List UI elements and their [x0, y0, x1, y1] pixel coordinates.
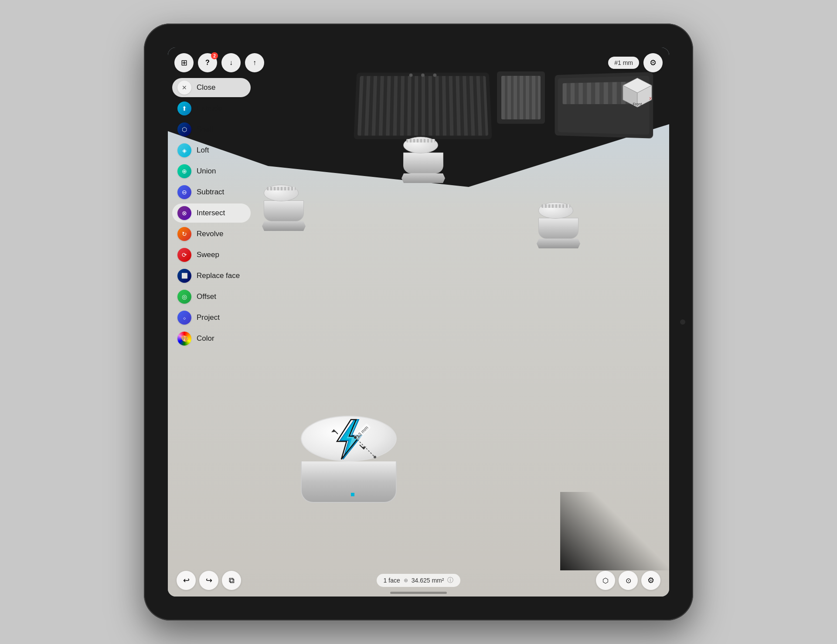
offset-icon: ◎	[177, 290, 191, 304]
svg-point-14	[374, 456, 376, 458]
share-button[interactable]: ↑	[245, 53, 264, 72]
layers-button[interactable]: ⧉	[222, 571, 241, 590]
union-label: Union	[197, 167, 216, 176]
bottom-center-info: 1 face ⊕ 34.625 mm² ⓘ	[377, 574, 461, 587]
revolve-icon: ↻	[177, 227, 191, 241]
menu-item-loft[interactable]: ◈ Loft	[172, 141, 251, 160]
ipad-frame: Front X	[144, 24, 693, 620]
home-indicator	[390, 592, 447, 594]
svg-point-13	[354, 436, 357, 439]
gear-button[interactable]: ⚙	[641, 571, 660, 590]
svg-line-12	[355, 437, 375, 457]
project-label: Project	[197, 313, 220, 322]
gear-icon: ⚙	[647, 576, 654, 585]
menu-item-project[interactable]: ⬦ Project	[172, 308, 251, 327]
offset-label: Offset	[197, 292, 216, 301]
menu-item-subtract[interactable]: ⊖ Subtract	[172, 183, 251, 202]
stack-icon: ⬡	[602, 576, 609, 585]
toolbar-right: #1 mm ⚙	[608, 53, 663, 72]
menu-item-color[interactable]: 🎨 Color	[172, 329, 251, 348]
grid-button[interactable]: ⊞	[174, 53, 194, 72]
notification-badge: 2	[211, 52, 218, 59]
extrude-label: Extrude	[197, 104, 222, 113]
measurement-dot	[351, 493, 354, 496]
menu-item-intersect[interactable]: ⊗ Intersect	[172, 203, 251, 223]
info-icon[interactable]: ⓘ	[447, 576, 453, 584]
extrude-icon: ⬆	[177, 102, 191, 115]
settings-icon: ⚙	[650, 58, 657, 68]
knob-right	[538, 202, 580, 248]
stack-button[interactable]: ⬡	[596, 571, 615, 590]
color-icon: 🎨	[177, 332, 191, 346]
bottom-left-buttons: ↩ ↪ ⧉	[177, 571, 241, 590]
knob-left	[264, 185, 306, 231]
shell-label: Shell	[197, 125, 213, 134]
union-icon: ⊕	[177, 164, 191, 178]
sidebar-menu: ✕ Close ⬆ Extrude ⬡ Shell	[172, 78, 251, 348]
menu-item-extrude[interactable]: ⬆ Extrude	[172, 99, 251, 118]
sweep-label: Sweep	[197, 251, 219, 259]
close-label: Close	[197, 83, 215, 92]
snap-pill[interactable]: #1 mm	[608, 57, 639, 69]
download-icon: ↓	[229, 59, 233, 67]
main-knob: 13 mm	[296, 416, 401, 503]
area-value-label: 34.625 mm²	[412, 577, 444, 584]
menu-item-close[interactable]: ✕ Close	[172, 78, 251, 97]
magnet-button[interactable]: ⊙	[619, 571, 638, 590]
menu-item-replace-face[interactable]: ⬜ Replace face	[172, 266, 251, 285]
subtract-icon: ⊖	[177, 185, 191, 199]
help-button[interactable]: ? 2	[198, 53, 217, 72]
sweep-icon: ⟳	[177, 248, 191, 262]
undo-icon: ↩	[183, 576, 190, 585]
loft-icon: ◈	[177, 143, 191, 157]
face-count-label: 1 face	[384, 577, 400, 584]
download-button[interactable]: ↓	[221, 53, 241, 72]
svg-text:Front: Front	[633, 102, 642, 106]
camera-dot	[680, 319, 685, 325]
bottom-toolbar: ↩ ↪ ⧉ 1 face ⊕ 34.625 mm² ⓘ ⬡	[168, 571, 669, 590]
shell-icon: ⬡	[177, 122, 191, 136]
menu-item-union[interactable]: ⊕ Union	[172, 162, 251, 181]
layers-icon: ⧉	[229, 576, 235, 585]
intersect-icon: ⊗	[177, 206, 191, 220]
ipad-screen: Front X	[168, 47, 669, 597]
knob-top-center	[403, 137, 445, 183]
area-icon: ⊕	[404, 577, 408, 583]
magnet-icon: ⊙	[626, 576, 631, 585]
loft-label: Loft	[197, 146, 209, 155]
color-label: Color	[197, 334, 214, 343]
replace-face-label: Replace face	[197, 271, 240, 280]
menu-item-shell[interactable]: ⬡ Shell	[172, 120, 251, 139]
redo-button[interactable]: ↪	[199, 571, 218, 590]
dark-corner	[560, 492, 669, 570]
menu-item-sweep[interactable]: ⟳ Sweep	[172, 245, 251, 264]
menu-item-offset[interactable]: ◎ Offset	[172, 287, 251, 306]
grid-icon: ⊞	[181, 58, 187, 68]
pickup-center	[497, 71, 545, 124]
menu-item-revolve[interactable]: ↻ Revolve	[172, 224, 251, 244]
replace-face-icon: ⬜	[177, 269, 191, 283]
share-icon: ↑	[253, 59, 256, 67]
orientation-cube[interactable]: Front X	[619, 76, 656, 113]
subtract-label: Subtract	[197, 188, 224, 197]
settings-button[interactable]: ⚙	[643, 53, 663, 72]
help-icon: ?	[205, 59, 210, 67]
project-icon: ⬦	[177, 311, 191, 325]
top-toolbar: ⊞ ? 2 ↓ ↑ #1 mm ⚙	[168, 50, 669, 76]
undo-button[interactable]: ↩	[177, 571, 196, 590]
redo-icon: ↪	[206, 576, 212, 585]
bottom-right-buttons: ⬡ ⊙ ⚙	[596, 571, 660, 590]
bridge-hardware	[354, 73, 492, 139]
intersect-label: Intersect	[197, 209, 225, 217]
revolve-label: Revolve	[197, 230, 223, 238]
svg-text:X: X	[649, 96, 652, 101]
close-icon: ✕	[177, 81, 191, 95]
